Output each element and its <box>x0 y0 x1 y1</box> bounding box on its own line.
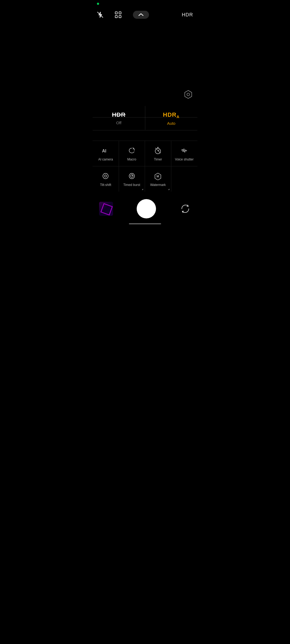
hdr-off-title: HDR <box>112 111 126 118</box>
green-dot-indicator <box>97 3 99 5</box>
svg-text:AI: AI <box>102 149 106 153</box>
timer-icon <box>153 146 163 155</box>
settings-hex-button[interactable] <box>183 90 193 100</box>
svg-rect-2 <box>119 12 121 14</box>
watermark-label: Watermark <box>150 183 166 187</box>
feature-ai-camera[interactable]: AI AI camera <box>93 141 119 166</box>
svg-point-20 <box>104 175 107 177</box>
feature-macro[interactable]: Macro <box>119 141 145 166</box>
shutter-button[interactable] <box>137 199 156 218</box>
watermark-subarrow <box>168 189 169 190</box>
collapse-button[interactable] <box>133 11 149 19</box>
tilt-shift-label: Tilt-shift <box>100 183 111 187</box>
voice-shutter-icon <box>179 146 189 155</box>
hdr-auto-option[interactable]: HDRA Auto <box>145 106 198 130</box>
svg-rect-3 <box>115 16 117 18</box>
svg-line-11 <box>155 148 161 153</box>
svg-point-5 <box>187 93 190 96</box>
feature-voice-shutter[interactable]: Voice shutter <box>171 141 198 166</box>
svg-point-19 <box>103 173 108 179</box>
flash-off-button[interactable] <box>97 12 103 18</box>
timed-burst-label: Timed burst <box>123 183 140 187</box>
bottom-controls <box>93 199 197 218</box>
ai-camera-icon: AI <box>101 146 110 155</box>
feature-timed-burst[interactable]: Timed burst <box>119 166 145 192</box>
svg-line-18 <box>186 151 187 151</box>
feature-tilt-shift[interactable]: Tilt-shift <box>93 166 119 192</box>
timed-burst-icon <box>127 171 137 181</box>
svg-rect-1 <box>115 12 117 14</box>
watermark-icon: M <box>153 171 163 181</box>
divider-bottom <box>93 130 197 130</box>
ai-camera-label: AI camera <box>98 158 113 161</box>
macro-label: Macro <box>127 158 136 161</box>
timer-label: Timer <box>154 158 162 161</box>
hdr-auto-title: HDRA <box>163 111 180 119</box>
svg-line-15 <box>184 149 185 152</box>
feature-timer[interactable]: Timer <box>145 141 171 166</box>
hdr-off-subtitle: Off <box>116 120 121 125</box>
focus-button[interactable] <box>114 11 122 19</box>
svg-line-16 <box>185 150 186 152</box>
svg-line-22 <box>132 175 133 176</box>
voice-shutter-label: Voice shutter <box>175 158 194 161</box>
gallery-thumbnail[interactable] <box>99 202 113 216</box>
feature-watermark[interactable]: M Watermark <box>145 166 171 192</box>
svg-text:M: M <box>157 175 159 178</box>
svg-rect-4 <box>119 16 121 18</box>
hdr-auto-subtitle: Auto <box>167 121 175 126</box>
top-toolbar: HDR <box>93 11 197 19</box>
timed-burst-subarrow <box>142 189 143 190</box>
hdr-top-label[interactable]: HDR <box>182 12 193 18</box>
tilt-shift-icon <box>101 171 110 181</box>
macro-icon <box>127 146 137 155</box>
feature-empty <box>171 166 198 192</box>
features-grid: AI AI camera Macro Timer <box>93 141 197 192</box>
status-bar <box>97 3 193 5</box>
home-bar <box>129 223 161 224</box>
hdr-off-option[interactable]: HDR Off <box>93 106 145 130</box>
rotate-camera-button[interactable] <box>180 203 191 214</box>
hdr-panel: HDR Off HDRA Auto <box>93 106 197 130</box>
